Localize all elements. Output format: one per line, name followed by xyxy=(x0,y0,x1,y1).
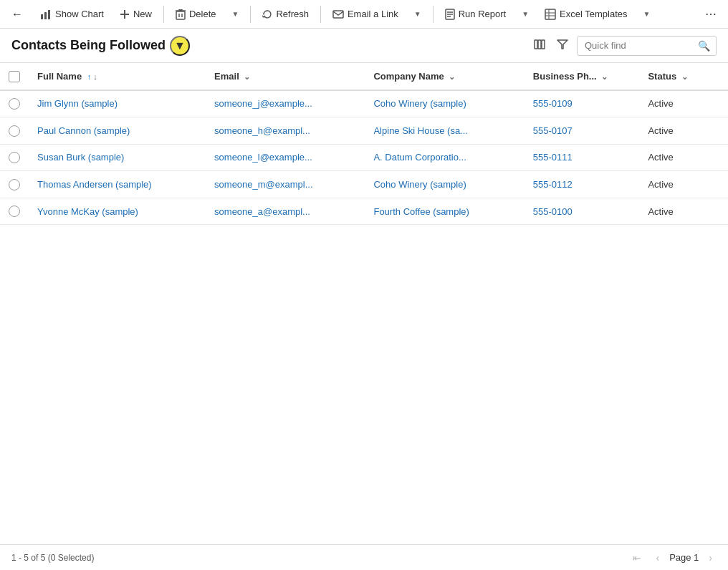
quick-find-input[interactable] xyxy=(578,37,692,54)
row-checkbox[interactable] xyxy=(9,125,20,137)
svg-rect-0 xyxy=(41,14,43,19)
status-value: Active xyxy=(648,152,673,163)
full-name-link[interactable]: Susan Burk (sample) xyxy=(37,152,124,163)
phone-link[interactable]: 555-0109 xyxy=(533,98,573,109)
email-cell: someone_j@example... xyxy=(206,90,365,117)
phone-link[interactable]: 555-0111 xyxy=(533,152,573,163)
company-name-cell: Coho Winery (sample) xyxy=(365,171,524,198)
business-phone-header[interactable]: Business Ph... ⌄ xyxy=(525,63,640,90)
status-cell: Active xyxy=(639,198,728,225)
run-report-button[interactable]: Run Report xyxy=(438,5,513,24)
table-row: Yvonne McKay (sample) someone_a@exampl..… xyxy=(0,198,728,225)
email-link[interactable]: someone_l@example... xyxy=(214,152,312,163)
row-select-cell[interactable] xyxy=(0,144,29,171)
status-value: Active xyxy=(648,98,673,109)
company-name-link[interactable]: Coho Winery (sample) xyxy=(373,179,466,190)
toolbar: ← Show Chart New Delete ▼ xyxy=(0,0,728,29)
row-select-cell[interactable] xyxy=(0,198,29,225)
row-checkbox[interactable] xyxy=(9,152,20,163)
run-report-dropdown-button[interactable]: ▼ xyxy=(514,6,536,21)
svg-rect-20 xyxy=(538,40,541,49)
company-sort-icon: ⌄ xyxy=(449,72,455,81)
table-container: Full Name ↑ ↓ Email ⌄ Company Name ⌄ Bus… xyxy=(0,63,728,225)
full-name-link[interactable]: Jim Glynn (sample) xyxy=(37,98,118,109)
company-name-link[interactable]: Alpine Ski House (sa... xyxy=(373,125,468,136)
delete-dropdown-button[interactable]: ▼ xyxy=(225,6,246,21)
chevron-down-icon: ▼ xyxy=(174,39,186,52)
full-name-link[interactable]: Paul Cannon (sample) xyxy=(37,125,130,136)
full-name-cell: Jim Glynn (sample) xyxy=(29,90,206,117)
run-report-label: Run Report xyxy=(459,9,506,19)
separator-4 xyxy=(433,6,434,23)
table-row: Paul Cannon (sample) someone_h@exampl...… xyxy=(0,117,728,145)
company-name-link[interactable]: A. Datum Corporatio... xyxy=(373,152,466,163)
svg-rect-1 xyxy=(44,12,47,19)
sort-icons: ↑ ↓ xyxy=(87,72,97,81)
email-link[interactable]: someone_a@exampl... xyxy=(214,206,310,217)
email-link-dropdown-button[interactable]: ▼ xyxy=(407,6,428,21)
email-link-button[interactable]: Email a Link xyxy=(325,5,406,23)
separator-2 xyxy=(250,6,251,23)
company-name-cell: Fourth Coffee (sample) xyxy=(365,198,524,225)
select-all-header[interactable] xyxy=(0,63,29,90)
refresh-icon xyxy=(262,9,272,19)
contacts-table: Full Name ↑ ↓ Email ⌄ Company Name ⌄ Bus… xyxy=(0,63,728,225)
email-cell: someone_l@example... xyxy=(206,144,365,171)
phone-link[interactable]: 555-0112 xyxy=(533,179,573,190)
full-name-cell: Paul Cannon (sample) xyxy=(29,117,206,145)
delete-button[interactable]: Delete xyxy=(168,5,224,24)
excel-templates-dropdown-button[interactable]: ▼ xyxy=(636,6,657,21)
email-link-dropdown-arrow: ▼ xyxy=(414,10,421,18)
show-chart-label: Show Chart xyxy=(55,9,104,19)
company-name-link[interactable]: Fourth Coffee (sample) xyxy=(373,206,469,217)
company-name-header[interactable]: Company Name ⌄ xyxy=(365,63,524,90)
delete-icon xyxy=(176,9,186,20)
select-all-checkbox[interactable] xyxy=(9,71,20,82)
email-link[interactable]: someone_j@example... xyxy=(214,98,312,109)
view-title: Contacts Being Followed ▼ xyxy=(11,36,190,56)
email-link[interactable]: someone_h@exampl... xyxy=(214,125,310,136)
row-checkbox[interactable] xyxy=(9,98,20,110)
more-icon: ⋯ xyxy=(705,7,717,21)
row-select-cell[interactable] xyxy=(0,117,29,145)
show-chart-button[interactable]: Show Chart xyxy=(33,5,111,24)
phone-link[interactable]: 555-0100 xyxy=(533,206,573,217)
filter-button[interactable] xyxy=(554,37,571,55)
company-name-cell: A. Datum Corporatio... xyxy=(365,144,524,171)
excel-templates-button[interactable]: Excel Templates xyxy=(537,5,634,24)
row-select-cell[interactable] xyxy=(0,171,29,198)
row-checkbox[interactable] xyxy=(9,179,20,190)
view-title-text: Contacts Being Followed xyxy=(11,38,166,53)
columns-button[interactable] xyxy=(531,36,548,56)
email-header[interactable]: Email ⌄ xyxy=(206,63,365,90)
refresh-button[interactable]: Refresh xyxy=(255,5,316,23)
status-label: Status xyxy=(648,71,676,82)
status-value: Active xyxy=(648,179,673,190)
new-button[interactable]: New xyxy=(112,5,159,23)
quick-find-button[interactable]: 🔍 xyxy=(692,37,716,55)
company-name-link[interactable]: Coho Winery (sample) xyxy=(373,98,466,109)
back-button[interactable]: ← xyxy=(6,5,29,24)
view-title-dropdown-button[interactable]: ▼ xyxy=(170,36,190,56)
more-options-button[interactable]: ⋯ xyxy=(699,4,722,24)
table-header: Full Name ↑ ↓ Email ⌄ Company Name ⌄ Bus… xyxy=(0,63,728,90)
row-select-cell[interactable] xyxy=(0,90,29,117)
company-name-cell: Alpine Ski House (sa... xyxy=(365,117,524,145)
plus-icon xyxy=(120,9,130,19)
phone-link[interactable]: 555-0107 xyxy=(533,125,573,136)
row-checkbox[interactable] xyxy=(9,206,20,217)
email-link[interactable]: someone_m@exampl... xyxy=(214,179,312,190)
status-cell: Active xyxy=(639,171,728,198)
full-name-link[interactable]: Yvonne McKay (sample) xyxy=(37,206,138,217)
full-name-header[interactable]: Full Name ↑ ↓ xyxy=(29,63,206,90)
full-name-link[interactable]: Thomas Andersen (sample) xyxy=(37,179,152,190)
table-row: Thomas Andersen (sample) someone_m@examp… xyxy=(0,171,728,198)
svg-rect-10 xyxy=(333,11,343,18)
company-name-cell: Coho Winery (sample) xyxy=(365,90,524,117)
status-header[interactable]: Status ⌄ xyxy=(639,63,728,90)
sort-desc-icon: ↓ xyxy=(93,72,97,81)
email-label: Email xyxy=(214,71,239,82)
table-row: Susan Burk (sample) someone_l@example...… xyxy=(0,144,728,171)
full-name-label: Full Name xyxy=(37,71,82,82)
email-cell: someone_a@exampl... xyxy=(206,198,365,225)
